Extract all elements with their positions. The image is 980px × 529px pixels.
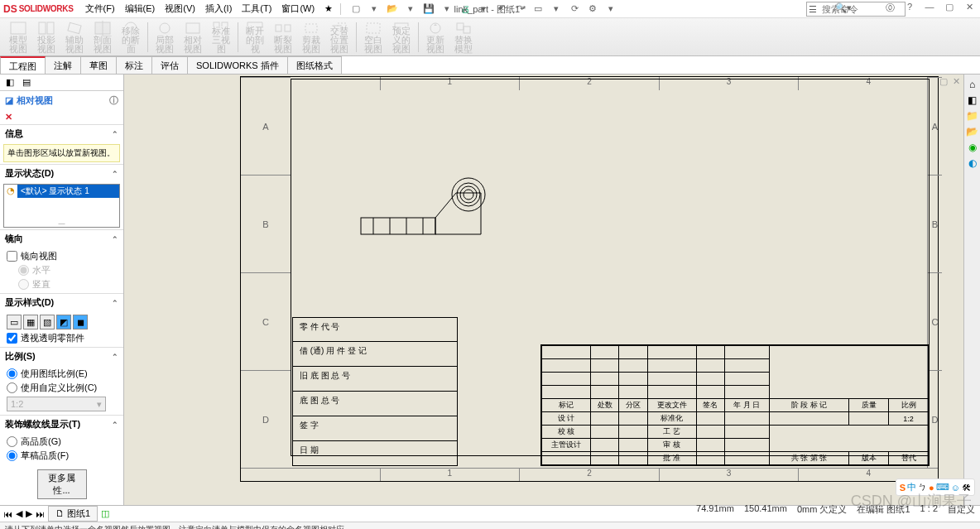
- design-library-icon[interactable]: 📁: [966, 109, 979, 123]
- scale-dropdown: 1:2 ▾: [7, 397, 106, 411]
- menu-insert[interactable]: 插入(I): [200, 1, 237, 17]
- style-shaded-edges[interactable]: ◩: [56, 315, 71, 329]
- cmd-relative[interactable]: 相对视图: [180, 21, 206, 54]
- pm-style-header: 显示样式(D): [5, 296, 54, 309]
- minimize-icon[interactable]: —: [922, 2, 937, 14]
- tab-annotation[interactable]: 注解: [45, 56, 81, 74]
- collapse-icon[interactable]: ⌃: [112, 130, 118, 138]
- menu-file[interactable]: 文件(F): [80, 1, 120, 17]
- property-manager: ◧ ▤ ◪ 相对视图 ⓘ ✕ 信息⌃ 单击图形区域以放置新视图。 显示状态(D)…: [0, 75, 124, 505]
- thread-high[interactable]: 高品质(G): [7, 435, 117, 449]
- sheet-tab-1[interactable]: 🗋 图纸1: [48, 506, 98, 522]
- pm-help-icon[interactable]: ⓘ: [109, 94, 118, 107]
- save-icon[interactable]: 💾: [421, 2, 436, 17]
- cmd-alt-pos[interactable]: 交替位置视图: [326, 21, 353, 54]
- cmd-empty[interactable]: 空白视图: [360, 21, 387, 54]
- svg-rect-14: [305, 24, 317, 32]
- command-tabs: 工程图 注解 草图 标注 评估 SOLIDWORKS 插件 图纸格式: [0, 56, 980, 75]
- tab-sheet-format[interactable]: 图纸格式: [287, 56, 342, 74]
- status-edit: 在编辑 图纸1: [857, 503, 910, 516]
- pm-feature-icon: ◪: [5, 95, 13, 106]
- menu-bar: DS SOLIDWORKS 文件(F) 编辑(E) 视图(V) 插入(I) 工具…: [0, 0, 980, 18]
- help-icon[interactable]: ?: [902, 2, 917, 14]
- svg-point-29: [460, 186, 477, 203]
- svg-rect-0: [11, 22, 26, 34]
- pm-title: 相对视图: [17, 94, 53, 107]
- cmd-std3[interactable]: 标准三视图: [208, 21, 234, 54]
- status-cs: 自定义: [948, 503, 975, 516]
- svg-point-30: [464, 190, 473, 200]
- rebuild-icon[interactable]: ⟳: [567, 2, 582, 17]
- use-custom-scale[interactable]: 使用自定义比例(C): [7, 381, 117, 395]
- file-explorer-icon[interactable]: 📂: [966, 125, 979, 138]
- use-sheet-scale[interactable]: 使用图纸比例(E): [7, 367, 117, 381]
- pm-info-header: 信息: [5, 127, 23, 140]
- cmd-detail[interactable]: 局部视图: [151, 21, 178, 54]
- cmd-broken-out[interactable]: 断开的剖视: [242, 21, 268, 54]
- add-sheet-icon[interactable]: ◫: [101, 508, 109, 519]
- cmd-replace[interactable]: 替换模型: [450, 21, 477, 54]
- cmd-section[interactable]: 剖面视图: [89, 21, 116, 54]
- svg-rect-18: [395, 23, 408, 26]
- svg-rect-15: [333, 26, 341, 26]
- home-icon[interactable]: ⌂: [966, 78, 979, 91]
- tab-markup[interactable]: 标注: [116, 56, 152, 74]
- style-hidden-visible[interactable]: ▦: [23, 315, 38, 329]
- tab-evaluate[interactable]: 评估: [151, 56, 188, 74]
- cmd-model-view[interactable]: 模型视图: [5, 21, 31, 54]
- menu-view[interactable]: 视图(V): [160, 1, 200, 17]
- status-z: 0mm 欠定义: [797, 503, 848, 516]
- tab-sketch[interactable]: 草图: [80, 56, 117, 74]
- menu-window[interactable]: 窗口(W): [276, 1, 319, 17]
- maximize-icon[interactable]: ▢: [942, 2, 957, 14]
- search-dropdown-icon[interactable]: 🔍▾: [835, 2, 852, 13]
- thread-draft[interactable]: 草稿品质(F): [7, 449, 117, 463]
- select-icon[interactable]: ▭: [531, 2, 545, 17]
- tab-nav-end[interactable]: ⏭: [36, 509, 45, 519]
- appearances-icon[interactable]: ◐: [966, 156, 979, 170]
- style-wireframe[interactable]: ▭: [7, 315, 22, 329]
- tab-nav-next[interactable]: ▶: [26, 508, 32, 519]
- menu-tools[interactable]: 工具(T): [237, 1, 276, 17]
- pm-mirror-header: 镜向: [5, 233, 23, 245]
- cmd-update[interactable]: 更新视图: [422, 21, 449, 54]
- cmd-predef[interactable]: 预定义的视图: [388, 21, 415, 54]
- menu-edit[interactable]: 编辑(E): [120, 1, 161, 17]
- menu-star[interactable]: ★: [319, 2, 338, 16]
- pm-tab-feature[interactable]: ◧: [3, 76, 17, 89]
- display-state-list[interactable]: ◔<默认> 显示状态 1 —: [3, 184, 120, 228]
- status-hint: 请从下列清单中选择一命名视图然后放置视图。注意定向清单与模型中保存的命名视图相对…: [0, 522, 980, 529]
- mirror-checkbox[interactable]: 镜向视图: [7, 249, 117, 263]
- cmd-projected[interactable]: 投影视图: [33, 21, 60, 54]
- resources-icon[interactable]: ◧: [966, 94, 979, 107]
- close-icon[interactable]: ✕: [962, 2, 977, 14]
- tab-drawing[interactable]: 工程图: [0, 56, 46, 74]
- mirror-vertical: 竖直: [7, 277, 117, 291]
- new-icon[interactable]: ▢: [348, 2, 363, 17]
- options-icon[interactable]: ⚙: [585, 2, 600, 17]
- tab-nav-start[interactable]: ⏮: [3, 509, 12, 519]
- more-properties-button[interactable]: 更多属性...: [37, 469, 87, 499]
- open-icon[interactable]: 📂: [385, 2, 400, 17]
- svg-rect-17: [367, 23, 380, 33]
- view-palette-icon[interactable]: ◉: [966, 141, 979, 154]
- tab-nav-prev[interactable]: ◀: [16, 508, 22, 519]
- style-shaded[interactable]: ◼: [73, 315, 88, 329]
- pm-display-state-header: 显示状态(D): [5, 167, 54, 180]
- left-title-block: 零 件 代 号 借 (通) 用 件 登 记 旧 底 图 总 号 底 图 总 号 …: [292, 317, 458, 466]
- user-icon[interactable]: ⓪: [882, 2, 897, 14]
- style-hidden-removed[interactable]: ▧: [40, 315, 55, 329]
- cmd-break[interactable]: 断裂视图: [270, 21, 296, 54]
- cmd-crop[interactable]: 剪裁视图: [298, 21, 324, 54]
- drawing-sheet[interactable]: ABCD ABCD 1234 1234: [240, 75, 939, 480]
- pm-cancel[interactable]: ✕: [0, 110, 123, 124]
- tab-addins[interactable]: SOLIDWORKS 插件: [187, 56, 288, 74]
- cmd-aux[interactable]: 辅助视图: [61, 21, 88, 54]
- svg-point-7: [160, 23, 170, 33]
- ime-toolbar[interactable]: S 中ㄅ●⌨☺🛠: [896, 479, 975, 496]
- inner-close[interactable]: ✕: [953, 76, 960, 87]
- graphics-viewport[interactable]: ⊡ ⊞ ↶ ◫ | ▥▾ 👁▾ 🎨▾ — ▢ ✕ ABCD ABCD: [124, 75, 963, 505]
- cmd-removed[interactable]: 移除的断面: [118, 21, 144, 54]
- seethru-checkbox[interactable]: 透视透明零部件: [7, 331, 117, 345]
- pm-tab-list[interactable]: ▤: [20, 76, 33, 89]
